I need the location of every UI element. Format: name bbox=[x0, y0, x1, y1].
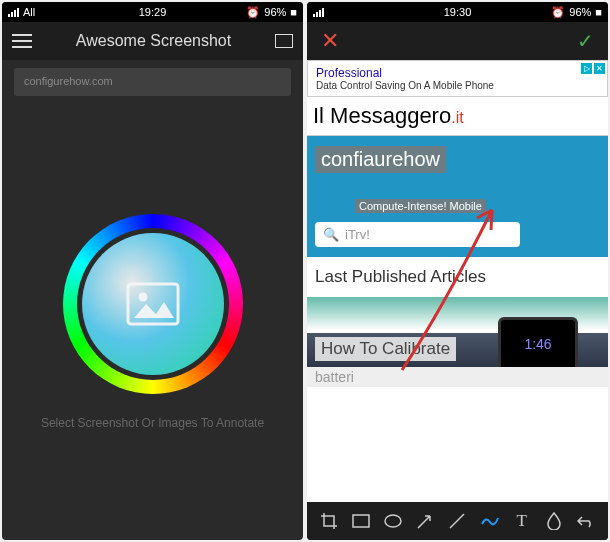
battery-pct: 96% bbox=[569, 6, 591, 18]
search-input[interactable]: 🔍 iTrv! bbox=[315, 222, 520, 247]
signal-icon bbox=[8, 8, 19, 17]
search-icon: 🔍 bbox=[323, 227, 339, 242]
article-thumbnail[interactable]: 1:46 How To Calibrate bbox=[307, 297, 608, 367]
ellipse-tool[interactable] bbox=[379, 507, 407, 535]
annotation-text-1[interactable]: confiaurehow bbox=[315, 146, 446, 173]
article-title: How To Calibrate bbox=[315, 337, 456, 361]
blur-tool[interactable] bbox=[540, 507, 568, 535]
right-phone-screen: 19:30 ⏰ 96% ■ ✕ ✓ Professional Data Cont… bbox=[307, 2, 608, 540]
masthead-name: Il Messaggero bbox=[313, 103, 451, 128]
main-body: Select Screenshot Or Images To Annotate bbox=[2, 104, 303, 540]
site-masthead: Il Messaggero.it bbox=[307, 97, 608, 136]
alarm-icon: ⏰ bbox=[551, 6, 565, 19]
ad-info-icon[interactable]: ▷ bbox=[581, 63, 592, 74]
clock: 19:29 bbox=[139, 6, 167, 18]
svg-point-3 bbox=[385, 515, 401, 527]
hero-band: confiaurehow Compute-Intense! Mobile 🔍 i… bbox=[307, 136, 608, 257]
status-bar: 19:30 ⏰ 96% ■ bbox=[307, 2, 608, 22]
url-input[interactable]: configurehow.com bbox=[14, 68, 291, 96]
alarm-icon: ⏰ bbox=[246, 6, 260, 19]
phone-mockup: 1:46 bbox=[498, 317, 578, 367]
ad-close-icon[interactable]: ✕ bbox=[594, 63, 605, 74]
ad-subtitle: Data Control Saving On A Mobile Phone bbox=[316, 80, 599, 91]
freehand-tool[interactable] bbox=[476, 507, 504, 535]
screenshot-canvas[interactable]: Professional Data Control Saving On A Mo… bbox=[307, 60, 608, 502]
clock: 19:30 bbox=[444, 6, 472, 18]
left-phone-screen: All 19:29 ⏰ 96% ■ Awesome Screenshot con… bbox=[2, 2, 303, 540]
section-heading: Last Published Articles bbox=[307, 257, 608, 297]
image-icon bbox=[126, 282, 180, 326]
undo-icon[interactable] bbox=[572, 507, 600, 535]
text-tool[interactable]: T bbox=[508, 507, 536, 535]
menu-icon[interactable] bbox=[12, 34, 32, 48]
rectangle-tool[interactable] bbox=[347, 507, 375, 535]
battery-icon: ■ bbox=[595, 6, 602, 18]
svg-point-1 bbox=[138, 293, 147, 302]
signal-icon bbox=[313, 8, 324, 17]
ad-title: Professional bbox=[316, 66, 599, 80]
battery-icon: ■ bbox=[290, 6, 297, 18]
gallery-icon[interactable] bbox=[275, 34, 293, 48]
editor-header: ✕ ✓ bbox=[307, 22, 608, 60]
app-header: Awesome Screenshot bbox=[2, 22, 303, 60]
battery-pct: 96% bbox=[264, 6, 286, 18]
app-title: Awesome Screenshot bbox=[32, 32, 275, 50]
line-tool[interactable] bbox=[443, 507, 471, 535]
carrier-label: All bbox=[23, 6, 35, 18]
close-icon[interactable]: ✕ bbox=[321, 28, 339, 54]
arrow-tool[interactable] bbox=[411, 507, 439, 535]
select-image-button[interactable] bbox=[63, 214, 243, 394]
status-bar: All 19:29 ⏰ 96% ■ bbox=[2, 2, 303, 22]
svg-rect-2 bbox=[353, 515, 369, 527]
hint-text: Select Screenshot Or Images To Annotate bbox=[27, 416, 278, 430]
crop-tool[interactable] bbox=[315, 507, 343, 535]
search-placeholder: iTrv! bbox=[345, 227, 370, 242]
ad-banner[interactable]: Professional Data Control Saving On A Mo… bbox=[307, 60, 608, 97]
confirm-icon[interactable]: ✓ bbox=[577, 29, 594, 53]
annotation-text-2[interactable]: Compute-Intense! Mobile bbox=[355, 199, 486, 213]
masthead-suffix: .it bbox=[451, 109, 463, 126]
editor-toolbar: T bbox=[307, 502, 608, 540]
article-subtitle: batteri bbox=[307, 367, 608, 387]
